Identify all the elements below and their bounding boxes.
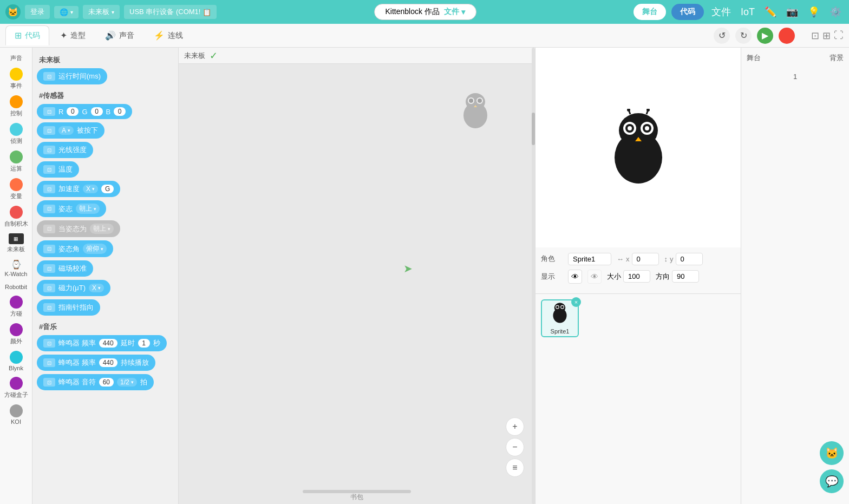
- stage-mode-button[interactable]: 舞台: [634, 4, 666, 20]
- sprite-delete-button[interactable]: ×: [571, 297, 581, 307]
- block-posture-dropdown[interactable]: 朝上 ▾: [76, 204, 100, 214]
- block-rgb-r-label: R: [58, 108, 63, 116]
- block-accel-icon: ⊡: [43, 185, 55, 193]
- sound-tab-icon: 🔊: [105, 30, 116, 41]
- settings-icon[interactable]: ⚙️: [827, 4, 844, 20]
- block-row-postureangle: ⊡ 姿态角 俯仰 ▾: [37, 240, 174, 257]
- zoom-out-button[interactable]: −: [506, 438, 524, 456]
- block-light[interactable]: ⊡ 光线强度: [37, 142, 93, 158]
- tab-shape[interactable]: ✦ 造型: [51, 26, 94, 45]
- block-mag-label: 磁力(μT): [58, 283, 86, 293]
- green-flag-button[interactable]: ▶: [757, 28, 773, 44]
- sprite-thumb-1[interactable]: × Sprite1: [541, 299, 579, 337]
- block-btn-dropdown[interactable]: A ▾: [58, 126, 74, 135]
- block-compass-icon: ⊡: [43, 303, 55, 312]
- sidebar-item-outdoor[interactable]: 颜外: [2, 321, 30, 348]
- block-posture[interactable]: ⊡ 姿志 朝上 ▾: [37, 200, 106, 217]
- sidebar-item-variable[interactable]: 变量: [2, 176, 30, 202]
- block-mag-dropdown[interactable]: X ▾: [89, 284, 104, 292]
- sidebar-item-robotbit[interactable]: Robotbit: [2, 280, 30, 292]
- sidebar-item-event[interactable]: 事件: [2, 66, 30, 92]
- canvas-scrollbar[interactable]: [532, 48, 535, 504]
- sidebar-item-control[interactable]: 控制: [2, 93, 30, 120]
- svg-point-5: [478, 99, 482, 103]
- file-button[interactable]: 文件 ▾: [444, 7, 465, 17]
- block-rgb-g-val: 0: [91, 107, 103, 116]
- size-input[interactable]: [623, 270, 650, 283]
- add-sprite-button[interactable]: 🐱: [820, 441, 844, 465]
- block-row-compass: ⊡ 指南针指向: [37, 299, 174, 316]
- zoom-reset-button[interactable]: ≡: [506, 459, 524, 477]
- redo-button[interactable]: ↻: [735, 28, 752, 44]
- undo-button[interactable]: ↺: [714, 28, 730, 44]
- tab-connect[interactable]: ⚡ 连线: [145, 26, 192, 45]
- block-compass-label: 指南针指向: [58, 303, 94, 312]
- sidebar-item-blynk[interactable]: Blynk: [2, 349, 30, 374]
- light-icon[interactable]: 💡: [806, 4, 822, 20]
- eye-hidden-button[interactable]: 👁: [587, 270, 602, 284]
- fullscreen-icon[interactable]: ⛶: [834, 30, 844, 42]
- camera-icon[interactable]: 📷: [784, 4, 800, 20]
- sidebar-item-cube[interactable]: 方碰: [2, 293, 30, 320]
- block-posture-active-dropdown[interactable]: 朝上 ▾: [90, 224, 114, 234]
- chat-button[interactable]: 💬: [820, 469, 844, 493]
- block-postureangle[interactable]: ⊡ 姿态角 俯仰 ▾: [37, 240, 113, 257]
- layout-2-icon[interactable]: ⊞: [822, 30, 831, 42]
- block-postureangle-dropdown[interactable]: 俯仰 ▾: [83, 244, 107, 254]
- block-compass[interactable]: ⊡ 指南针指向: [37, 299, 100, 316]
- sidebar-item-cubebox[interactable]: 方碰盒子: [2, 375, 30, 401]
- sidebar-item-detect[interactable]: 侦测: [2, 121, 30, 147]
- canvas-owl: [459, 91, 492, 130]
- block-posture-active[interactable]: ⊡ 当姿态为 朝上 ▾: [37, 220, 120, 237]
- block-rgb[interactable]: ⊡ R 0 G 0 B 0: [37, 104, 132, 119]
- block-mag-icon: ⊡: [43, 284, 55, 292]
- block-buzzer3-beat[interactable]: 1/2 ▾: [117, 378, 137, 387]
- display-row: 显示 👁 👁 大小 方向: [541, 270, 735, 284]
- eye-visible-button[interactable]: 👁: [568, 270, 582, 284]
- sidebar-item-compute[interactable]: 运算: [2, 148, 30, 175]
- code-mode-button[interactable]: 代码: [671, 4, 704, 20]
- block-row-btn: ⊡ A ▾ 被按下: [37, 122, 174, 139]
- block-row-accel: ⊡ 加速度 X ▾ G: [37, 181, 174, 197]
- sidebar-item-kwatch[interactable]: ⌚ K-Watch: [2, 257, 30, 279]
- block-magcal[interactable]: ⊡ 磁场校准: [37, 260, 93, 277]
- tab-code[interactable]: ⊞ 代码: [5, 25, 49, 45]
- sidebar-item-koi[interactable]: KOI: [2, 402, 30, 427]
- display-label-text: 显示: [541, 272, 563, 282]
- sidebar-item-custom[interactable]: 自制积木: [2, 204, 30, 230]
- block-buzzer2[interactable]: ⊡ 蜂鸣器 频率 440 持续播放: [37, 355, 155, 371]
- edit-icon[interactable]: ✏️: [762, 4, 779, 20]
- device-button[interactable]: USB 串行设备 (COM1! 📋: [124, 5, 217, 19]
- stop-button[interactable]: [779, 28, 795, 44]
- block-buzzer1[interactable]: ⊡ 蜂鸣器 频率 440 延时 1 秒: [37, 335, 167, 351]
- x-arrows-icon: ↔: [617, 255, 624, 263]
- block-btn-pressed[interactable]: ⊡ A ▾ 被按下: [37, 122, 105, 139]
- zoom-in-button[interactable]: +: [506, 417, 524, 436]
- topbar-right: 舞台 代码 文件 IoT ✏️ 📷 💡 ⚙️: [634, 3, 844, 21]
- block-buzzer3-prefix: 蜂鸣器 音符: [58, 377, 96, 387]
- direction-input[interactable]: [672, 270, 699, 283]
- block-mag[interactable]: ⊡ 磁力(μT) X ▾: [37, 280, 110, 296]
- layout-1-icon[interactable]: ⊡: [811, 30, 819, 42]
- x-input[interactable]: [632, 253, 659, 265]
- block-temp[interactable]: ⊡ 温度: [37, 161, 79, 178]
- block-accel[interactable]: ⊡ 加速度 X ▾ G: [37, 181, 120, 197]
- block-accel-axis[interactable]: X ▾: [83, 185, 98, 193]
- y-input[interactable]: [676, 253, 703, 265]
- tab-sound[interactable]: 🔊 声音: [96, 26, 143, 45]
- sprite-name-input[interactable]: [568, 253, 611, 265]
- block-buzzer3[interactable]: ⊡ 蜂鸣器 音符 60 1/2 ▾ 拍: [37, 374, 154, 390]
- stage-sprite: [606, 109, 671, 186]
- sidebar-item-sound[interactable]: 声音: [2, 52, 30, 64]
- sidebar-item-futureboard[interactable]: ▦ 未来板: [2, 231, 30, 256]
- board-button[interactable]: 未来板 ▾: [83, 5, 120, 19]
- block-runtime[interactable]: ⊡ 运行时间(ms): [37, 68, 107, 84]
- globe-button[interactable]: 🌐 ▾: [54, 6, 79, 18]
- connect-tab-icon: ⚡: [154, 30, 165, 41]
- sprite-label-text: 角色: [541, 254, 563, 264]
- iot-icon[interactable]: IoT: [739, 4, 757, 20]
- file-menu-icon[interactable]: 文件: [709, 3, 733, 21]
- code-tab-icon: ⊞: [15, 30, 22, 41]
- size-group: 大小: [607, 270, 650, 283]
- login-button[interactable]: 登录: [25, 5, 50, 19]
